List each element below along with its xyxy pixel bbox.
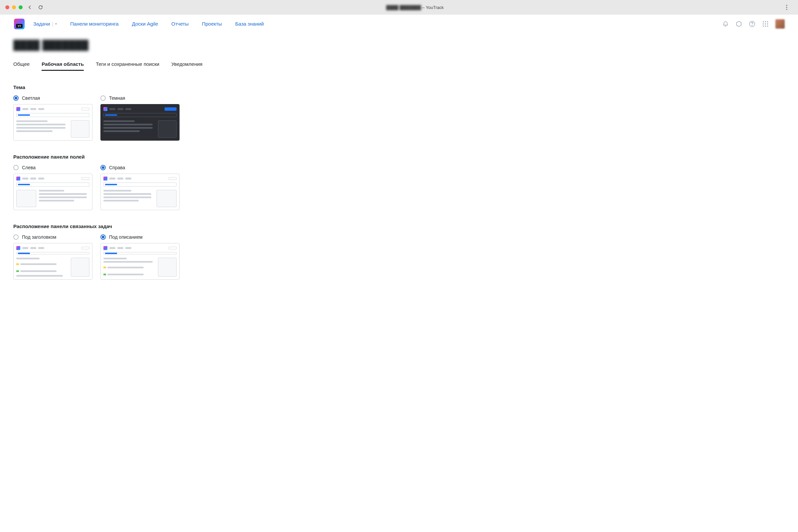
maximize-window-button[interactable] [19,5,23,9]
fields-option-right[interactable]: Справа [100,165,179,210]
svg-rect-13 [765,23,766,24]
radio-fields-right-label: Справа [109,165,125,170]
tab-notifications[interactable]: Уведомления [171,58,203,71]
nav-agile[interactable]: Доски Agile [132,21,158,26]
help-icon[interactable] [749,21,756,27]
svg-rect-17 [767,25,768,26]
browser-menu-button[interactable] [786,5,793,10]
nav-links: Задачи | ▾ Панели мониторинга Доски Agil… [33,21,264,26]
apps-icon[interactable] [762,21,769,27]
preview-theme-dark [100,104,179,141]
reload-button[interactable] [37,4,44,11]
radio-fields-left-label: Слева [22,165,36,170]
notifications-icon[interactable] [722,21,729,27]
section-theme: Тема Светлая Темн [13,84,785,141]
svg-rect-10 [765,21,766,22]
section-theme-title: Тема [13,84,785,90]
radio-light[interactable] [13,95,19,101]
nav-issues-label: Задачи [33,21,50,26]
linked-option-under-title[interactable]: Под заголовком [13,234,92,280]
window-controls [5,5,23,9]
linked-option-under-desc[interactable]: Под описанием [100,234,179,280]
svg-point-1 [786,7,787,8]
section-linked-panel: Расположение панели связанных задач Под … [13,224,785,280]
radio-linked-title[interactable] [13,234,19,240]
preview-theme-light [13,104,92,141]
svg-point-0 [786,5,787,6]
radio-fields-left[interactable] [13,165,19,170]
svg-rect-12 [763,23,764,24]
browser-title: ████ ███████ – YouTrack [48,5,782,10]
browser-chrome: ████ ███████ – YouTrack [0,0,798,15]
svg-marker-6 [737,21,741,26]
nav-divider: | [52,21,53,26]
youtrack-logo[interactable]: YT [13,18,25,30]
svg-rect-16 [765,25,766,26]
radio-linked-desc-label: Под описанием [109,234,142,240]
theme-option-dark[interactable]: Темная [100,95,179,141]
nav-reports[interactable]: Отчеты [171,21,189,26]
nav-dashboards[interactable]: Панели мониторинга [70,21,118,26]
top-navigation: YT Задачи | ▾ Панели мониторинга Доски A… [0,15,798,33]
section-linked-title: Расположение панели связанных задач [13,224,785,229]
section-fields-title: Расположение панели полей [13,154,785,159]
minimize-window-button[interactable] [12,5,16,9]
preview-fields-left [13,174,92,210]
radio-dark-label: Темная [109,95,125,101]
tab-tags[interactable]: Теги и сохраненные поиски [96,58,159,71]
radio-fields-right[interactable] [100,165,106,170]
page-title: ████ ███████ [13,40,89,51]
tab-general[interactable]: Общее [13,58,30,71]
svg-rect-14 [767,23,768,24]
close-window-button[interactable] [5,5,9,9]
user-avatar[interactable] [775,19,785,28]
radio-light-label: Светлая [22,95,40,101]
nav-issues[interactable]: Задачи | ▾ [33,21,57,26]
tab-workspace[interactable]: Рабочая область [41,58,84,71]
preview-fields-right [100,174,179,210]
svg-rect-11 [767,21,768,22]
section-fields-panel: Расположение панели полей Слева [13,154,785,210]
theme-option-light[interactable]: Светлая [13,95,92,141]
svg-text:YT: YT [18,25,21,27]
page-content: ████ ███████ Общее Рабочая область Теги … [0,33,798,293]
radio-linked-title-label: Под заголовком [22,234,56,240]
fields-option-left[interactable]: Слева [13,165,92,210]
preview-linked-title [13,243,92,280]
svg-point-2 [786,9,787,10]
admin-icon[interactable] [736,21,742,27]
radio-linked-desc[interactable] [100,234,106,240]
back-button[interactable] [26,4,33,11]
nav-projects[interactable]: Проекты [202,21,222,26]
preview-linked-desc [100,243,179,280]
profile-tabs: Общее Рабочая область Теги и сохраненные… [13,58,785,71]
nav-right [722,19,785,28]
nav-knowledge[interactable]: База знаний [235,21,264,26]
svg-rect-9 [763,21,764,22]
svg-rect-15 [763,25,764,26]
chevron-down-icon[interactable]: ▾ [55,22,57,25]
radio-dark[interactable] [100,95,106,101]
